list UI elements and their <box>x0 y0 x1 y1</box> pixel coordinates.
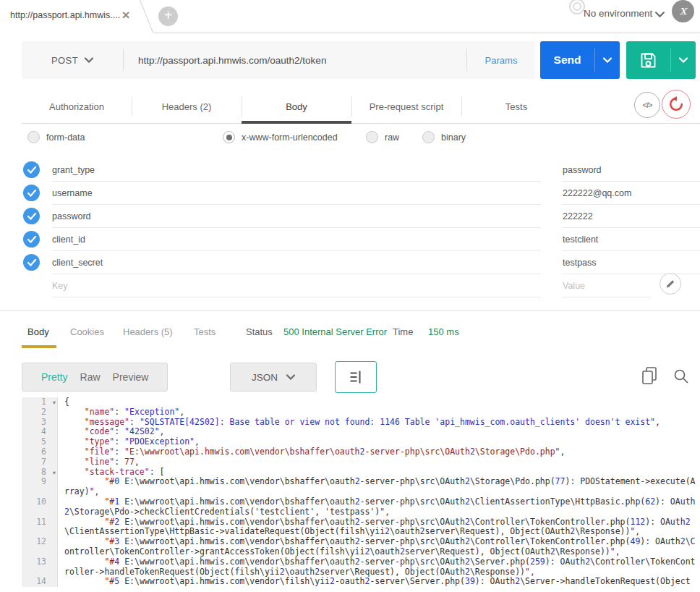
fold-toggle-icon[interactable]: ▾ <box>53 398 56 408</box>
time-value: 150 ms <box>428 326 459 337</box>
chevron-down-icon <box>286 374 295 380</box>
view-mode-pretty[interactable]: Pretty <box>41 371 68 383</box>
generate-code-icon[interactable]: </> <box>634 92 660 118</box>
line-number: 14 <box>22 577 58 587</box>
response-tab-cookies[interactable]: Cookies <box>70 326 104 337</box>
code-line: 10 "#1 E:\wwwroot\api.hmwis.com\vendor\b… <box>22 497 700 517</box>
line-number: 10 <box>22 497 58 517</box>
value-input[interactable] <box>563 165 700 175</box>
code-line: 12 "#3 E:\wwwroot\api.hmwis.com\vendor\b… <box>22 537 700 557</box>
key-input[interactable] <box>52 165 541 175</box>
row-enabled-checkbox[interactable] <box>23 231 40 248</box>
form-row <box>22 182 696 205</box>
line-number: 8▾ <box>22 468 58 478</box>
restore-icon[interactable] <box>662 90 691 119</box>
line-number: 6 <box>22 447 58 457</box>
postman-app: http://passport.api.hmwis.... × + No env… <box>0 0 700 592</box>
value-input[interactable] <box>563 281 651 291</box>
radio-icon[interactable] <box>422 131 435 143</box>
search-icon[interactable] <box>673 368 690 385</box>
url-input[interactable] <box>124 55 466 66</box>
tab-authorization[interactable]: Authorization <box>22 90 132 123</box>
value-input[interactable] <box>563 234 700 245</box>
line-number: 13 <box>22 557 58 578</box>
time-label: Time <box>393 326 413 337</box>
radio-selected-icon[interactable] <box>223 131 235 143</box>
response-tab-body[interactable]: Body <box>27 326 49 337</box>
code-line: 4 "code": "42S02", <box>22 427 700 437</box>
value-input[interactable] <box>563 188 700 198</box>
mode-label: raw <box>385 132 399 143</box>
section-divider <box>0 310 700 311</box>
fold-toggle-icon[interactable]: ▾ <box>53 468 56 478</box>
code-line: 1▾{ <box>22 397 700 407</box>
request-tab-title[interactable]: http://passport.api.hmwis.... <box>10 10 120 20</box>
save-options-chevron-icon[interactable] <box>671 41 696 79</box>
edit-icon[interactable] <box>660 273 681 295</box>
tab-headers[interactable]: Headers (2) <box>132 90 242 123</box>
form-row <box>22 251 696 274</box>
line-number: 5 <box>22 437 58 447</box>
key-input[interactable] <box>52 258 541 268</box>
params-button[interactable]: Params <box>467 55 535 66</box>
code-line: 2 "name": "Exception", <box>22 407 700 418</box>
user-avatar[interactable]: x <box>672 0 694 22</box>
view-mode-raw[interactable]: Raw <box>80 371 101 383</box>
response-tab-tests[interactable]: Tests <box>194 326 215 337</box>
response-body-editor[interactable]: 1▾{2 "name": "Exception",3 "message": "S… <box>22 397 700 592</box>
language-dropdown[interactable]: JSON <box>230 363 317 392</box>
send-button[interactable]: Send <box>540 41 620 79</box>
key-input[interactable] <box>52 234 541 245</box>
tab-body[interactable]: Body <box>242 90 351 123</box>
radio-icon[interactable] <box>27 131 40 143</box>
mode-label: binary <box>441 132 466 143</box>
send-label: Send <box>540 41 594 79</box>
radio-icon[interactable] <box>366 131 378 143</box>
add-tab-button[interactable]: + <box>158 7 178 26</box>
line-number: 7 <box>22 457 58 468</box>
key-input[interactable] <box>52 188 541 198</box>
mode-x-www-form-urlencoded[interactable]: x-www-form-urlencoded <box>223 131 338 143</box>
code-lines: 1▾{2 "name": "Exception",3 "message": "S… <box>22 397 700 587</box>
line-number: 4 <box>22 427 58 437</box>
code-line: 11 "#2 E:\wwwroot\api.hmwis.com\vendor\b… <box>22 517 700 538</box>
code-line: 9 "#0 E:\wwwroot\api.hmwis.com\vendor\bs… <box>22 477 700 497</box>
mode-form-data[interactable]: form-data <box>27 131 85 143</box>
form-row <box>22 205 696 228</box>
mode-raw[interactable]: raw <box>366 131 399 143</box>
active-response-tab-underline <box>22 345 56 348</box>
tab-tests[interactable]: Tests <box>461 90 571 123</box>
tab-pre-request-script[interactable]: Pre-request script <box>351 90 461 123</box>
save-icon <box>626 41 670 79</box>
format-icon[interactable] <box>335 361 377 393</box>
line-number: 1▾ <box>22 397 58 407</box>
method-dropdown[interactable]: POST <box>22 55 123 66</box>
save-button[interactable] <box>626 41 696 79</box>
code-line: 3 "message": "SQLSTATE[42S02]: Base tabl… <box>22 418 700 428</box>
view-mode-preview[interactable]: Preview <box>113 371 149 383</box>
key-input[interactable] <box>52 281 541 291</box>
value-input[interactable] <box>563 211 700 221</box>
response-tab-headers[interactable]: Headers (5) <box>123 326 173 337</box>
tabbar-divider <box>153 33 700 33</box>
chevron-down-icon[interactable] <box>655 12 665 17</box>
method-label: POST <box>51 55 78 66</box>
mode-binary[interactable]: binary <box>422 131 466 143</box>
form-row <box>22 228 696 251</box>
key-input[interactable] <box>52 211 541 221</box>
send-options-chevron-icon[interactable] <box>595 41 620 79</box>
status-label: Status <box>246 326 273 337</box>
environment-selector[interactable]: No environment <box>584 8 652 19</box>
row-enabled-checkbox[interactable] <box>23 185 40 201</box>
code-line: 14 "#5 E:\wwwroot\api.hmwis.com\vendor\f… <box>22 577 700 587</box>
mode-label: x-www-form-urlencoded <box>242 132 338 143</box>
status-value: 500 Internal Server Error <box>283 326 387 337</box>
value-input[interactable] <box>563 258 700 268</box>
row-enabled-checkbox[interactable] <box>23 161 40 178</box>
code-line: 13 "#4 E:\wwwroot\api.hmwis.com\vendor\b… <box>22 557 700 578</box>
row-enabled-checkbox[interactable] <box>23 208 40 224</box>
view-mode-group: Pretty Raw Preview <box>22 363 168 392</box>
line-number: 11 <box>22 517 58 538</box>
row-enabled-checkbox[interactable] <box>23 254 40 271</box>
copy-icon[interactable] <box>641 366 658 386</box>
